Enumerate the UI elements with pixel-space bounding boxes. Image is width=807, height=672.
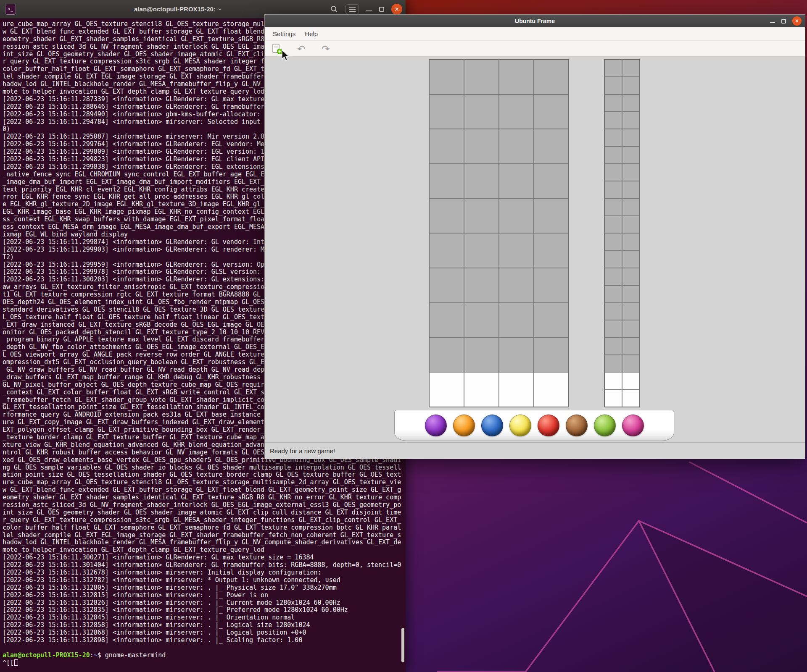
board-hole[interactable] [534, 164, 568, 198]
board-hole[interactable] [534, 95, 568, 129]
board-hole[interactable] [430, 338, 464, 372]
board-hole[interactable] [430, 234, 464, 268]
terminal-log-line: [2022-06-23 15:16:11.312858] <informatio… [3, 622, 404, 629]
terminal-cursor [14, 659, 18, 666]
board-hole[interactable] [499, 164, 533, 198]
feedback-peg-hole [622, 390, 639, 407]
color-ball-orange[interactable] [453, 415, 475, 436]
terminal-log-line: mote_to_helper_invocation GL_EXT_depth_c… [3, 546, 404, 554]
menu-settings[interactable]: Settings [268, 27, 300, 40]
board-hole[interactable] [534, 234, 568, 268]
board-hole[interactable] [464, 129, 498, 163]
terminal-log-line: ation_point_size GL_OES_tessellation_sha… [3, 471, 404, 479]
feedback-peg-hole [622, 234, 639, 250]
search-icon[interactable] [330, 5, 338, 13]
color-ball-red[interactable] [538, 415, 559, 436]
feedback-peg-hole [622, 112, 639, 129]
board-hole[interactable] [464, 199, 498, 233]
feedback-peg-hole [622, 268, 639, 285]
board-hole[interactable] [499, 129, 533, 163]
board-hole[interactable] [534, 268, 568, 302]
board-hole[interactable] [534, 199, 568, 233]
close-icon[interactable]: ✕ [391, 4, 402, 15]
board-hole[interactable] [430, 164, 464, 198]
feedback-peg-hole [622, 355, 639, 372]
board-hole[interactable] [534, 129, 568, 163]
board-hole[interactable] [430, 303, 464, 337]
terminal-log-line: color_buffer_half_float GL_EXT_semaphore… [3, 524, 404, 532]
board-hole[interactable] [464, 303, 498, 337]
board-hole[interactable] [499, 338, 533, 372]
feedback-peg-hole [622, 181, 639, 198]
feedback-peg-hole [622, 303, 639, 320]
color-ball-brown[interactable] [566, 415, 588, 436]
undo-button[interactable]: ↶ [295, 42, 308, 55]
board-hole[interactable] [499, 234, 533, 268]
board-hole[interactable] [430, 268, 464, 302]
terminal-log-line: [2022-06-23 15:16:11.312835] <informatio… [3, 606, 404, 614]
board-hole[interactable] [430, 373, 464, 407]
undo-icon: ↶ [297, 42, 305, 55]
feedback-peg-hole [605, 390, 622, 407]
board-hole[interactable] [430, 95, 464, 129]
board-hole[interactable] [499, 303, 533, 337]
board-hole[interactable] [534, 60, 568, 94]
redo-button[interactable]: ↷ [319, 42, 332, 55]
board-hole[interactable] [464, 95, 498, 129]
terminal-log-line: w GL_EXT_blend_func_extended GL_EXT_buff… [3, 486, 404, 494]
terminal-log-line: [2022-06-23 15:16:11.312826] <informatio… [3, 599, 404, 607]
color-ball-magenta[interactable] [622, 415, 644, 436]
board-hole[interactable] [464, 338, 498, 372]
frame-minimize-icon[interactable] [770, 19, 775, 23]
feedback-peg-hole [605, 355, 622, 372]
board-hole[interactable] [430, 129, 464, 163]
feedback-peg-hole [622, 95, 639, 111]
board-hole[interactable] [534, 303, 568, 337]
terminal-log-line: ure_cube_map_array GL_OES_texture_stenci… [3, 479, 404, 486]
feedback-peg-hole [605, 112, 622, 129]
board-hole[interactable] [499, 199, 533, 233]
board-hole[interactable] [534, 338, 568, 372]
toolbar: ↶ ↷ [265, 40, 805, 57]
board-hole[interactable] [464, 234, 498, 268]
menu-icon[interactable] [345, 4, 359, 14]
board-hole[interactable] [499, 60, 533, 94]
feedback-peg-hole [605, 216, 622, 233]
terminal-log-line: [2022-06-23 15:16:11.312868] <informatio… [3, 629, 404, 637]
menu-help[interactable]: Help [300, 27, 322, 40]
terminal-log-line: [2022-06-23 15:16:11.312815] <informatio… [3, 592, 404, 599]
board-hole[interactable] [464, 373, 498, 407]
feedback-peg-hole [622, 373, 639, 389]
board-hole[interactable] [534, 373, 568, 407]
color-ball-purple[interactable] [425, 415, 447, 436]
feedback-peg-hole [605, 303, 622, 320]
board-hole[interactable] [499, 373, 533, 407]
feedback-peg-hole [605, 181, 622, 198]
color-ball-green[interactable] [594, 415, 616, 436]
feedback-peg-hole [605, 320, 622, 337]
color-ball-blue[interactable] [481, 415, 503, 436]
board-hole[interactable] [464, 268, 498, 302]
feedback-peg-hole [605, 77, 622, 94]
board-hole[interactable] [464, 164, 498, 198]
board-hole[interactable] [430, 60, 464, 94]
terminal-log-line: lel_shader_compile GL_EXT_EGL_image_stor… [3, 532, 404, 539]
terminal-log-line: ression_astc_sliced_3d GL_NV_fragment_sh… [3, 501, 404, 509]
frame-close-icon[interactable]: ✕ [792, 16, 802, 26]
color-ball-yellow[interactable] [509, 415, 531, 436]
board-hole[interactable] [430, 199, 464, 233]
maximize-icon[interactable] [379, 7, 384, 12]
color-tray [394, 410, 674, 441]
feedback-peg-hole [605, 338, 622, 354]
terminal-log-line [3, 644, 404, 652]
frame-maximize-icon[interactable] [781, 19, 786, 24]
feedback-peg-hole [622, 320, 639, 337]
board-hole[interactable] [464, 60, 498, 94]
game-area [265, 57, 805, 442]
terminal-log-line: [2022-06-23 15:16:11.301404] <informatio… [3, 562, 404, 569]
frame-titlebar[interactable]: Ubuntu Frame ✕ [265, 15, 805, 27]
terminal-scrollbar[interactable] [401, 628, 404, 662]
board-hole[interactable] [499, 268, 533, 302]
minimize-icon[interactable] [366, 7, 372, 11]
board-hole[interactable] [499, 95, 533, 129]
